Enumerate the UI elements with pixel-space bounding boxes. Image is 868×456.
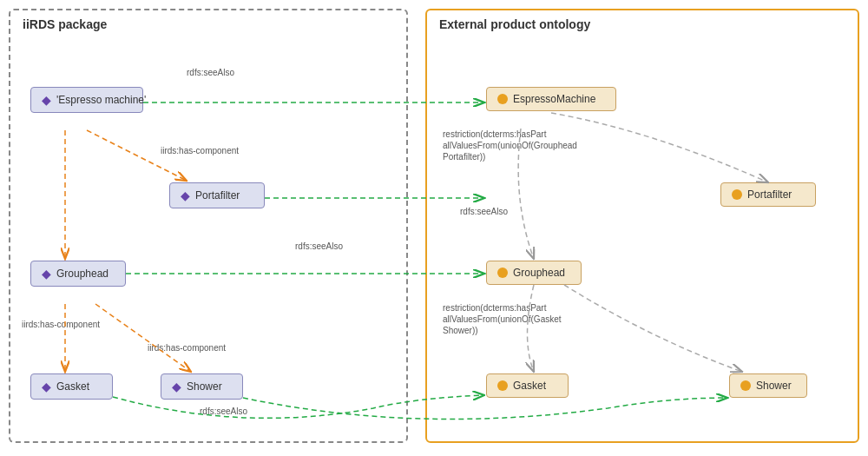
diagram-container: iiRDS package External product ontology …: [0, 0, 868, 456]
label-rdfs-seealso-2: rdfs:seeAlso: [460, 207, 508, 216]
node-grouphead-iirds[interactable]: ◆ Grouphead: [30, 261, 126, 287]
label-iirds-component-3: iirds:has-component: [148, 343, 226, 353]
node-portafilter-iirds[interactable]: ◆ Portafilter: [169, 182, 265, 208]
shower-iirds-label: Shower: [187, 380, 222, 393]
portafilter-ext-label: Portafilter: [747, 188, 792, 201]
node-gasket-iirds[interactable]: ◆ Gasket: [30, 373, 113, 400]
circle-icon-3: [497, 268, 508, 278]
diamond-icon-1: ◆: [42, 93, 51, 107]
grouphead-iirds-label: Grouphead: [56, 268, 108, 280]
node-espresso-machine[interactable]: ◆ 'Espresso machine': [30, 87, 143, 113]
label-iirds-component-1: iirds:has-component: [161, 146, 239, 155]
node-portafilter-ext[interactable]: Portafilter: [720, 182, 816, 207]
label-iirds-component-2: iirds:has-component: [22, 320, 100, 329]
diamond-icon-4: ◆: [42, 380, 51, 393]
panel-iirds-title: iiRDS package: [23, 17, 107, 31]
label-rdfs-seealso-3: rdfs:seeAlso: [295, 241, 343, 251]
label-restriction-1: restriction(dcterms:hasPart allValuesFro…: [443, 129, 599, 162]
diamond-icon-5: ◆: [172, 380, 181, 393]
circle-icon-4: [497, 380, 508, 391]
circle-icon-5: [740, 380, 751, 391]
portafilter-iirds-label: Portafilter: [195, 189, 240, 202]
circle-icon-2: [732, 189, 742, 200]
shower-ext-label: Shower: [756, 380, 792, 392]
node-grouphead-ext[interactable]: Grouphead: [486, 261, 582, 285]
espresso-machine-ext-label: EspressoMachine: [513, 93, 595, 105]
gasket-iirds-label: Gasket: [56, 380, 89, 393]
node-espresso-machine-ext[interactable]: EspressoMachine: [486, 87, 616, 111]
node-gasket-ext[interactable]: Gasket: [486, 373, 569, 398]
espresso-machine-label: 'Espresso machine': [56, 94, 146, 106]
diamond-icon-3: ◆: [42, 267, 51, 281]
node-shower-ext[interactable]: Shower: [729, 373, 807, 398]
label-restriction-2: restriction(dcterms:hasPart allValuesFro…: [443, 302, 599, 336]
panel-external-title: External product ontology: [439, 17, 590, 31]
diamond-icon-2: ◆: [181, 188, 190, 202]
gasket-ext-label: Gasket: [513, 380, 546, 392]
label-rdfs-seealso-1: rdfs:seeAlso: [187, 68, 234, 77]
grouphead-ext-label: Grouphead: [513, 267, 565, 279]
circle-icon-1: [497, 94, 508, 104]
label-rdfs-seealso-4: rdfs:seeAlso: [200, 406, 247, 416]
node-shower-iirds[interactable]: ◆ Shower: [161, 373, 243, 400]
